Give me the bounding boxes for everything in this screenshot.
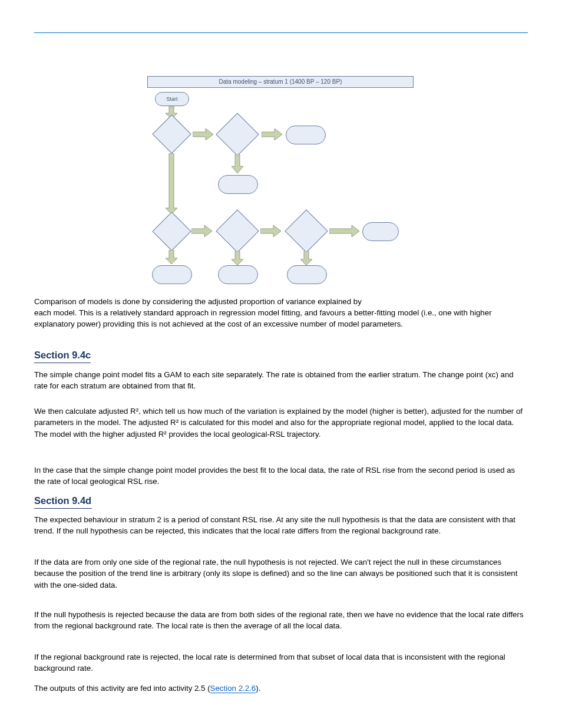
flow-d1 [152,114,191,153]
94d-p1: The expected behaviour in stratum 2 is a… [34,514,528,537]
flow-title-bar: Data modeling – stratum 1 (1400 BP – 120… [147,76,414,88]
svg-marker-1 [193,129,213,140]
arrow-d3-right [191,225,212,239]
arrow-d2-right [262,129,282,143]
94c-p3: In the case that the simple change point… [34,465,528,487]
svg-marker-9 [232,251,243,265]
94d-p5-pretext: The outputs of this activity are fed int… [34,684,210,693]
flow-out-onesided [287,265,327,284]
flow-d2-wrap [216,113,259,156]
94d-p5: The outputs of this activity are fed int… [34,683,528,694]
flow-d5-wrap [285,210,328,252]
arrow-d3-down [166,250,177,266]
94d-p5-posttext: ). [256,684,260,693]
94c-p1: The simple change point model fits a GAM… [34,369,528,392]
compare-cont: each model. This is a relatively standar… [34,307,528,330]
94d-p3: If the null hypothesis is rejected becau… [34,609,528,632]
svg-marker-6 [260,225,281,237]
flow-out-compare-models [218,175,258,194]
heading-94d: Section 9.4d [34,495,91,506]
flow-out-twosided [218,265,258,284]
flow-out-regional-bg [152,265,192,284]
svg-marker-10 [300,251,312,265]
94d-p4: If the regional background rate is rejec… [34,651,528,674]
flow-out-expert [362,222,399,241]
arrow-d5-right [329,225,359,239]
arrow-d2-down [232,154,243,176]
flow-d3 [152,212,191,251]
link-section-226[interactable]: Section 2.2.6 [210,684,256,693]
94d-p2: If the data are from only one side of th… [34,556,528,591]
flow-title-label: Data modeling – stratum 1 (1400 BP – 120… [148,77,413,87]
arrow-d1-right [193,129,213,143]
flow-d2 [216,113,259,156]
flow-out-regional-model [286,126,326,144]
svg-marker-2 [262,129,282,140]
svg-marker-3 [232,154,243,173]
flow-d4 [216,209,259,253]
svg-marker-4 [166,153,177,214]
heading-94c: Section 9.4c [34,350,91,361]
flow-d3-wrap [153,212,190,250]
flow-start: Start [155,92,189,106]
flow-start-label: Start [166,96,177,102]
compare-intro: Comparison of models is done by consider… [34,296,528,307]
heading-94c-underline [34,363,91,363]
top-rule [34,32,528,33]
flow-d4-wrap [216,210,259,252]
94c-p2: We then calculate adjusted R², which tel… [34,406,528,440]
svg-marker-7 [329,225,359,237]
svg-marker-5 [191,225,212,237]
svg-marker-8 [166,250,177,264]
flow-d5 [285,209,328,253]
arrow-d1-down [166,153,177,216]
flow-d1-wrap [153,115,190,153]
arrow-d4-right [260,225,281,239]
heading-94d-underline [34,508,92,509]
